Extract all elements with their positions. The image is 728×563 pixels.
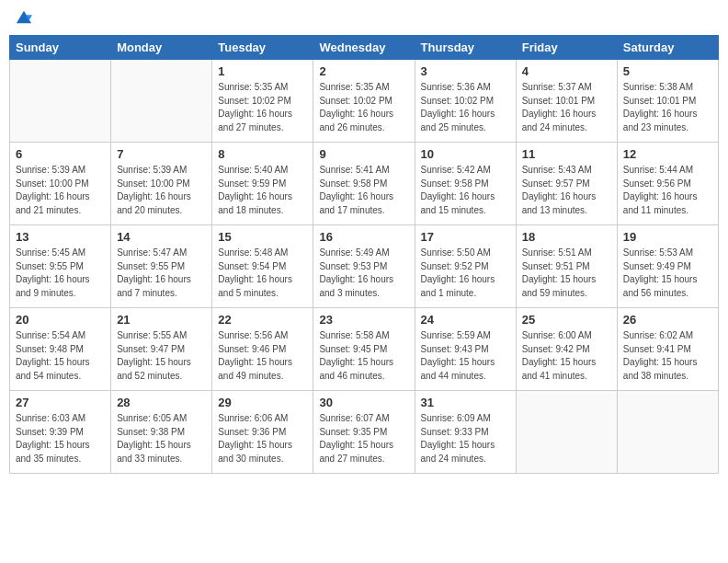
weekday-header: Tuesday <box>212 36 313 60</box>
day-info: Sunrise: 5:37 AM Sunset: 10:01 PM Daylig… <box>522 81 611 134</box>
calendar-cell: 5Sunrise: 5:38 AM Sunset: 10:01 PM Dayli… <box>617 60 718 143</box>
weekday-header: Wednesday <box>313 36 415 60</box>
calendar-cell: 1Sunrise: 5:35 AM Sunset: 10:02 PM Dayli… <box>212 60 313 143</box>
day-number: 23 <box>319 313 408 327</box>
calendar-cell: 25Sunrise: 6:00 AM Sunset: 9:42 PM Dayli… <box>516 308 617 391</box>
calendar-cell: 28Sunrise: 6:05 AM Sunset: 9:38 PM Dayli… <box>111 391 212 474</box>
calendar-cell: 18Sunrise: 5:51 AM Sunset: 9:51 PM Dayli… <box>516 225 617 308</box>
calendar-cell <box>617 391 718 474</box>
day-info: Sunrise: 6:00 AM Sunset: 9:42 PM Dayligh… <box>522 329 611 383</box>
weekday-header: Monday <box>111 36 212 60</box>
day-number: 11 <box>522 147 611 161</box>
calendar-cell: 6Sunrise: 5:39 AM Sunset: 10:00 PM Dayli… <box>10 143 111 225</box>
day-info: Sunrise: 5:58 AM Sunset: 9:45 PM Dayligh… <box>319 329 408 383</box>
calendar-week-row: 13Sunrise: 5:45 AM Sunset: 9:55 PM Dayli… <box>10 225 719 308</box>
calendar-cell: 24Sunrise: 5:59 AM Sunset: 9:43 PM Dayli… <box>415 308 516 391</box>
day-info: Sunrise: 5:42 AM Sunset: 9:58 PM Dayligh… <box>421 164 510 217</box>
calendar-cell: 16Sunrise: 5:49 AM Sunset: 9:53 PM Dayli… <box>313 225 415 308</box>
day-number: 5 <box>623 64 712 78</box>
day-info: Sunrise: 5:35 AM Sunset: 10:02 PM Daylig… <box>319 81 408 134</box>
calendar-cell: 23Sunrise: 5:58 AM Sunset: 9:45 PM Dayli… <box>313 308 415 391</box>
calendar-cell: 11Sunrise: 5:43 AM Sunset: 9:57 PM Dayli… <box>516 143 617 225</box>
calendar-cell: 4Sunrise: 5:37 AM Sunset: 10:01 PM Dayli… <box>516 60 617 143</box>
calendar-week-row: 27Sunrise: 6:03 AM Sunset: 9:39 PM Dayli… <box>10 391 719 474</box>
day-number: 13 <box>16 230 105 244</box>
day-info: Sunrise: 5:36 AM Sunset: 10:02 PM Daylig… <box>421 81 510 134</box>
calendar-cell: 26Sunrise: 6:02 AM Sunset: 9:41 PM Dayli… <box>617 308 718 391</box>
calendar-cell <box>516 391 617 474</box>
calendar-cell: 8Sunrise: 5:40 AM Sunset: 9:59 PM Daylig… <box>212 143 313 225</box>
calendar-week-row: 20Sunrise: 5:54 AM Sunset: 9:48 PM Dayli… <box>10 308 719 391</box>
calendar-cell: 7Sunrise: 5:39 AM Sunset: 10:00 PM Dayli… <box>111 143 212 225</box>
day-number: 30 <box>319 396 408 409</box>
logo <box>13 9 35 29</box>
calendar-cell: 30Sunrise: 6:07 AM Sunset: 9:35 PM Dayli… <box>313 391 415 474</box>
calendar-cell <box>10 60 111 143</box>
page-header <box>9 9 719 29</box>
day-info: Sunrise: 6:05 AM Sunset: 9:38 PM Dayligh… <box>117 412 206 465</box>
day-info: Sunrise: 5:55 AM Sunset: 9:47 PM Dayligh… <box>117 329 206 383</box>
day-info: Sunrise: 5:39 AM Sunset: 10:00 PM Daylig… <box>117 164 206 217</box>
day-number: 9 <box>319 147 408 161</box>
calendar-cell: 10Sunrise: 5:42 AM Sunset: 9:58 PM Dayli… <box>415 143 516 225</box>
calendar-cell: 31Sunrise: 6:09 AM Sunset: 9:33 PM Dayli… <box>415 391 516 474</box>
day-number: 20 <box>16 313 105 327</box>
day-number: 12 <box>623 147 712 161</box>
day-number: 8 <box>218 147 307 161</box>
weekday-header: Thursday <box>415 36 516 60</box>
day-info: Sunrise: 5:53 AM Sunset: 9:49 PM Dayligh… <box>623 247 712 300</box>
calendar-cell: 17Sunrise: 5:50 AM Sunset: 9:52 PM Dayli… <box>415 225 516 308</box>
day-info: Sunrise: 6:09 AM Sunset: 9:33 PM Dayligh… <box>421 412 510 465</box>
weekday-header: Saturday <box>617 36 718 60</box>
day-number: 22 <box>218 313 307 327</box>
day-number: 16 <box>319 230 408 244</box>
calendar-cell: 12Sunrise: 5:44 AM Sunset: 9:56 PM Dayli… <box>617 143 718 225</box>
calendar-cell: 2Sunrise: 5:35 AM Sunset: 10:02 PM Dayli… <box>313 60 415 143</box>
day-info: Sunrise: 5:35 AM Sunset: 10:02 PM Daylig… <box>218 81 307 134</box>
calendar-cell: 3Sunrise: 5:36 AM Sunset: 10:02 PM Dayli… <box>415 60 516 143</box>
day-number: 15 <box>218 230 307 244</box>
calendar-week-row: 1Sunrise: 5:35 AM Sunset: 10:02 PM Dayli… <box>10 60 719 143</box>
calendar-cell: 19Sunrise: 5:53 AM Sunset: 9:49 PM Dayli… <box>617 225 718 308</box>
day-info: Sunrise: 6:02 AM Sunset: 9:41 PM Dayligh… <box>623 329 712 383</box>
calendar-week-row: 6Sunrise: 5:39 AM Sunset: 10:00 PM Dayli… <box>10 143 719 225</box>
day-info: Sunrise: 6:03 AM Sunset: 9:39 PM Dayligh… <box>16 412 105 465</box>
day-info: Sunrise: 5:51 AM Sunset: 9:51 PM Dayligh… <box>522 247 611 300</box>
day-info: Sunrise: 5:50 AM Sunset: 9:52 PM Dayligh… <box>421 247 510 300</box>
calendar-cell: 27Sunrise: 6:03 AM Sunset: 9:39 PM Dayli… <box>10 391 111 474</box>
day-info: Sunrise: 5:40 AM Sunset: 9:59 PM Dayligh… <box>218 164 307 217</box>
day-number: 4 <box>522 64 611 78</box>
day-number: 31 <box>421 396 510 409</box>
day-info: Sunrise: 5:54 AM Sunset: 9:48 PM Dayligh… <box>16 329 105 383</box>
day-info: Sunrise: 5:49 AM Sunset: 9:53 PM Dayligh… <box>319 247 408 300</box>
day-number: 7 <box>117 147 206 161</box>
day-info: Sunrise: 5:38 AM Sunset: 10:01 PM Daylig… <box>623 81 712 134</box>
day-number: 2 <box>319 64 408 78</box>
day-number: 3 <box>421 64 510 78</box>
day-info: Sunrise: 5:43 AM Sunset: 9:57 PM Dayligh… <box>522 164 611 217</box>
calendar-cell: 29Sunrise: 6:06 AM Sunset: 9:36 PM Dayli… <box>212 391 313 474</box>
day-info: Sunrise: 5:56 AM Sunset: 9:46 PM Dayligh… <box>218 329 307 383</box>
day-number: 18 <box>522 230 611 244</box>
calendar-cell: 20Sunrise: 5:54 AM Sunset: 9:48 PM Dayli… <box>10 308 111 391</box>
day-number: 27 <box>16 396 105 409</box>
day-number: 28 <box>117 396 206 409</box>
calendar-cell <box>111 60 212 143</box>
day-number: 25 <box>522 313 611 327</box>
day-number: 21 <box>117 313 206 327</box>
calendar-cell: 14Sunrise: 5:47 AM Sunset: 9:55 PM Dayli… <box>111 225 212 308</box>
day-number: 6 <box>16 147 105 161</box>
day-number: 26 <box>623 313 712 327</box>
calendar-table: SundayMondayTuesdayWednesdayThursdayFrid… <box>9 35 719 474</box>
day-number: 1 <box>218 64 307 78</box>
day-number: 19 <box>623 230 712 244</box>
day-info: Sunrise: 5:45 AM Sunset: 9:55 PM Dayligh… <box>16 247 105 300</box>
calendar-cell: 15Sunrise: 5:48 AM Sunset: 9:54 PM Dayli… <box>212 225 313 308</box>
day-info: Sunrise: 5:39 AM Sunset: 10:00 PM Daylig… <box>16 164 105 217</box>
day-info: Sunrise: 5:47 AM Sunset: 9:55 PM Dayligh… <box>117 247 206 300</box>
day-number: 29 <box>218 396 307 409</box>
weekday-header: Friday <box>516 36 617 60</box>
weekday-header: Sunday <box>10 36 111 60</box>
day-number: 17 <box>421 230 510 244</box>
day-info: Sunrise: 5:44 AM Sunset: 9:56 PM Dayligh… <box>623 164 712 217</box>
